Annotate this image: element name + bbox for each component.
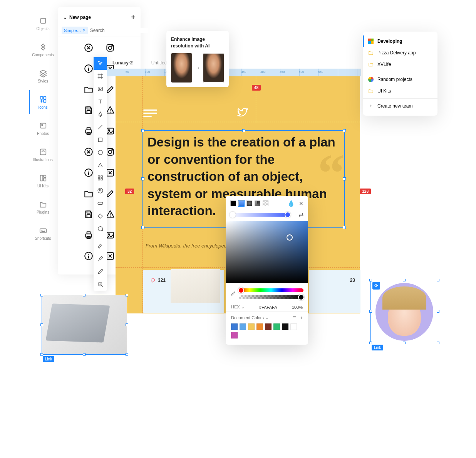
team-random[interactable]: Random projects [363,74,437,85]
project-pizza[interactable]: Pizza Delivery app [363,47,437,59]
project-uikits[interactable]: UI Kits [363,85,437,97]
brush-tool[interactable] [94,253,107,265]
fill-pattern-button[interactable] [263,200,268,206]
fill-linear-button[interactable] [238,200,244,206]
gradient-stops-bar[interactable] [230,213,290,217]
list-view-icon[interactable]: ☰ [293,315,297,320]
slice-tool[interactable] [94,240,107,253]
nav-icons[interactable]: Icons [29,90,56,114]
diamond-tool[interactable] [94,210,107,222]
line-tool[interactable] [94,121,107,133]
saturation-value-field[interactable] [226,221,308,283]
tab-lunacy[interactable]: Lunacy-2 [107,57,138,69]
swatch[interactable] [256,323,263,330]
swatch[interactable] [265,323,272,330]
swap-icon[interactable]: ⇄ [298,211,303,218]
add-color-button[interactable]: + [300,315,303,320]
likes-left: 321 [150,278,166,283]
filter-chip[interactable]: Simple…× [62,27,88,34]
measure-badge-128: 128 [360,189,371,194]
square-icon [39,17,47,25]
page-title: New page [69,15,91,20]
icons-icon [39,95,47,104]
page-header-row[interactable]: ⌄New page + [58,10,141,24]
eyedropper-icon[interactable] [230,291,236,298]
sv-cursor[interactable] [287,234,293,241]
fill-angular-button[interactable] [255,200,260,206]
nav-styles[interactable]: Styles [29,64,56,88]
opacity-value[interactable]: 100% [292,305,303,310]
team-developing[interactable]: Developing [363,35,437,47]
swatch[interactable] [290,323,297,330]
microsoft-icon [368,39,374,44]
hamburger-icon [143,109,157,117]
nav-uikits[interactable]: Ui Kits [29,169,56,193]
project-xvlife[interactable]: XVLife [363,59,437,70]
search-row: Simple…× [58,24,141,37]
pen-tool[interactable] [94,108,107,121]
swatch[interactable] [248,323,255,330]
measure-badge-48: 48 [252,85,261,91]
eyedrop-icon[interactable]: 💧 [287,200,295,207]
nav-illustrations[interactable]: Illustrations [29,143,56,167]
rect-tool[interactable] [94,133,107,146]
swatch[interactable] [273,323,280,330]
svg-rect-8 [43,175,45,177]
likes-right: 23 [350,278,355,283]
search-input[interactable] [90,28,148,33]
svg-point-14 [112,45,112,46]
hex-value[interactable]: #FAFAFA [259,305,277,310]
fill-solid-button[interactable] [230,200,236,206]
swatch[interactable] [240,323,246,330]
text-tool[interactable] [94,95,107,108]
svg-rect-31 [87,215,90,218]
cancel-circle-icon[interactable] [82,41,96,55]
layers-icon [39,69,47,77]
alpha-slider[interactable] [239,295,303,299]
create-team-button[interactable]: +Create new team [363,100,437,112]
card-right: 23 [309,270,360,313]
doc-colors-label[interactable]: Document Colors ⌄ [231,315,268,320]
button-tool[interactable] [94,197,107,210]
component-tool[interactable] [94,172,107,184]
svg-rect-33 [87,232,90,234]
comment-tool[interactable] [94,222,107,235]
close-picker-button[interactable]: ✕ [299,200,303,207]
svg-rect-43 [98,176,100,177]
frame-tool[interactable] [94,70,107,83]
add-page-button[interactable]: + [131,13,135,21]
svg-point-23 [108,130,109,131]
nav-plugins[interactable]: Plugins [29,195,56,219]
nav-components[interactable]: Components [29,38,56,62]
avatar-tool[interactable] [94,184,107,197]
nav-photos[interactable]: Photos [29,116,56,140]
svg-point-36 [108,234,109,235]
swatch[interactable] [231,332,238,338]
triangle-tool[interactable] [94,159,107,172]
svg-rect-2 [43,96,45,99]
swatch[interactable] [282,323,288,330]
svg-rect-30 [87,211,90,213]
select-tool[interactable] [94,57,107,70]
image-tool[interactable] [94,83,107,95]
document-tabs: Lunacy-2 Untitled [107,57,172,69]
google-icon [368,77,374,82]
nav-shortcuts[interactable]: Shortcuts [29,221,56,245]
svg-rect-46 [101,178,102,180]
chip-remove-icon[interactable]: × [83,28,85,33]
selected-image-laptop[interactable]: Link [42,295,127,355]
selected-avatar[interactable]: ⟳ Link [370,280,438,343]
hex-label[interactable]: HEX ⌄ [231,305,245,310]
instagram-icon[interactable] [103,41,117,55]
svg-rect-18 [87,111,90,114]
fill-radial-button[interactable] [246,200,252,206]
oval-tool[interactable] [94,146,107,159]
hue-slider[interactable] [239,288,303,292]
avatar-circle [375,283,433,341]
nav-objects[interactable]: Objects [29,12,56,35]
eyedropper-tool[interactable] [94,265,107,278]
zoom-tool[interactable] [94,278,107,291]
regenerate-icon[interactable]: ⟳ [372,282,380,290]
swatch[interactable] [231,323,238,330]
left-nav-rail: Objects Components Styles Icons Photos I… [29,12,56,245]
